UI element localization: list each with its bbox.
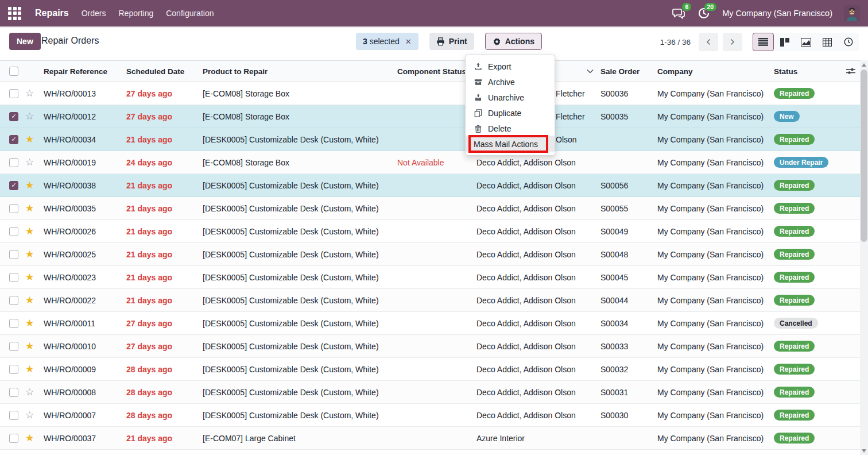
clear-selection-icon[interactable]: ✕ [405,37,412,46]
column-header-sale-order[interactable]: Sale Order [600,67,657,76]
company-cell: My Company (San Francisco) [657,250,774,259]
company-cell: My Company (San Francisco) [657,181,774,190]
table-row[interactable]: ★WH/RO/0002521 days ago[DESK0005] Custom… [0,243,868,266]
actions-menu-item[interactable]: Mass Mail Actions [466,136,555,152]
actions-menu-item[interactable]: Archive [466,74,555,90]
repair-reference-cell: WH/RO/00011 [44,319,126,328]
table-row[interactable]: ★WH/RO/0001027 days ago[DESK0005] Custom… [0,335,868,358]
table-row[interactable]: ★WH/RO/0000928 days ago[DESK0005] Custom… [0,358,868,381]
star-filled-icon[interactable]: ★ [25,226,34,236]
company-cell: My Company (San Francisco) [657,319,774,328]
pager-next-button[interactable] [723,33,742,51]
actions-menu-item[interactable]: Unarchive [466,90,555,105]
menu-reporting[interactable]: Reporting [119,9,154,18]
pager-previous-button[interactable] [699,33,718,51]
row-checkbox[interactable]: ✓ [9,112,18,121]
status-cell: Repaired [774,180,839,191]
row-checkbox[interactable] [9,158,18,167]
column-header-status[interactable]: Status [774,67,839,76]
company-switcher[interactable]: My Company (San Francisco) [722,9,832,18]
app-name[interactable]: Repairs [35,8,69,18]
star-filled-icon[interactable]: ★ [25,295,34,305]
row-checkbox[interactable] [9,227,18,236]
table-row[interactable]: ★WH/RO/0002321 days ago[DESK0005] Custom… [0,266,868,289]
row-checkbox[interactable] [9,434,18,443]
actions-menu-item[interactable]: Delete [466,121,555,136]
table-row[interactable]: ☆WH/RO/0000828 days ago[DESK0005] Custom… [0,381,868,404]
customer-cell: Deco Addict, Addison Olson [476,250,600,259]
repair-reference-cell: WH/RO/00025 [44,250,126,259]
vertical-scrollbar[interactable] [860,60,868,455]
activity-view-button[interactable] [838,33,859,51]
star-outline-icon[interactable]: ☆ [25,88,34,98]
activities-icon[interactable]: 20 [697,6,711,20]
status-cell: Cancelled [774,318,839,329]
scrollbar-up-arrow[interactable] [860,60,868,69]
star-filled-icon[interactable]: ★ [25,364,34,374]
star-filled-icon[interactable]: ★ [25,203,34,213]
chevron-right-icon [730,38,735,45]
column-header-scheduled-date[interactable]: Scheduled Date [126,67,203,76]
messages-icon[interactable]: 6 [672,6,685,20]
table-row[interactable]: ★WH/RO/0002621 days ago[DESK0005] Custom… [0,220,868,243]
table-row[interactable]: ✓★WH/RO/0003421 days ago[DESK0005] Custo… [0,128,868,151]
star-outline-icon[interactable]: ☆ [25,157,34,167]
repair-reference-cell: WH/RO/00022 [44,296,126,305]
select-all-checkbox[interactable] [9,67,18,76]
print-button[interactable]: Print [429,33,474,50]
apps-menu-icon[interactable] [8,7,21,20]
row-checkbox[interactable] [9,388,18,397]
new-button[interactable]: New [9,33,41,50]
company-cell: My Company (San Francisco) [657,135,774,144]
table-row[interactable]: ☆WH/RO/0001924 days ago[E-COM08] Storage… [0,151,868,174]
actions-button[interactable]: Actions [485,33,542,50]
table-row[interactable]: ★WH/RO/0002221 days ago[DESK0005] Custom… [0,289,868,312]
table-row[interactable]: ★WH/RO/0001127 days ago[DESK0005] Custom… [0,312,868,335]
scrollbar-down-arrow[interactable] [860,446,868,455]
actions-menu-item[interactable]: Duplicate [466,105,555,121]
actions-menu-item[interactable]: Export [466,59,555,74]
menu-orders[interactable]: Orders [82,9,106,18]
row-checkbox[interactable]: ✓ [9,135,18,144]
list-view-button[interactable] [753,33,774,51]
graph-view-button[interactable] [795,33,816,51]
star-filled-icon[interactable]: ★ [25,318,34,328]
table-row[interactable]: ☆WH/RO/0001327 days ago[E-COM08] Storage… [0,82,868,105]
star-filled-icon[interactable]: ★ [25,433,34,443]
star-outline-icon[interactable]: ☆ [25,410,34,420]
star-filled-icon[interactable]: ★ [25,341,34,351]
row-checkbox[interactable] [9,204,18,213]
scrollbar-thumb[interactable] [861,70,867,242]
control-panel: New Repair Orders 3 selected ✕ Print Act… [0,26,868,60]
star-outline-icon[interactable]: ☆ [25,111,34,121]
row-checkbox[interactable] [9,296,18,305]
table-row[interactable]: ✓☆WH/RO/0001227 days ago[E-COM08] Storag… [0,105,868,128]
row-checkbox[interactable]: ✓ [9,181,18,190]
row-checkbox[interactable] [9,411,18,420]
row-checkbox[interactable] [9,319,18,328]
menu-configuration[interactable]: Configuration [166,9,214,18]
star-filled-icon[interactable]: ★ [25,134,34,144]
table-row[interactable]: ☆WH/RO/0000728 days ago[DESK0005] Custom… [0,404,868,427]
column-header-company[interactable]: Company [657,67,774,76]
row-checkbox[interactable] [9,365,18,374]
star-filled-icon[interactable]: ★ [25,249,34,259]
customer-cell: Deco Addict, Addison Olson [476,342,600,351]
column-header-repair-reference[interactable]: Repair Reference [44,67,126,76]
user-avatar[interactable] [844,5,860,21]
row-checkbox[interactable] [9,342,18,351]
row-checkbox[interactable] [9,89,18,98]
table-row[interactable]: ✓★WH/RO/0003821 days ago[DESK0005] Custo… [0,174,868,197]
table-row[interactable]: ★WH/RO/0003721 days ago[E-COM07] Large C… [0,427,868,450]
star-filled-icon[interactable]: ★ [25,180,34,190]
row-checkbox[interactable] [9,250,18,259]
column-header-product[interactable]: Product to Repair [203,67,397,76]
star-outline-icon[interactable]: ☆ [25,387,34,397]
kanban-view-button[interactable] [774,33,795,51]
star-filled-icon[interactable]: ★ [25,272,34,282]
row-checkbox[interactable] [9,273,18,282]
status-cell: Repaired [774,410,839,421]
scheduled-date-cell: 21 days ago [126,296,203,305]
pivot-view-button[interactable] [816,33,838,51]
table-row[interactable]: ★WH/RO/0003521 days ago[DESK0005] Custom… [0,197,868,220]
